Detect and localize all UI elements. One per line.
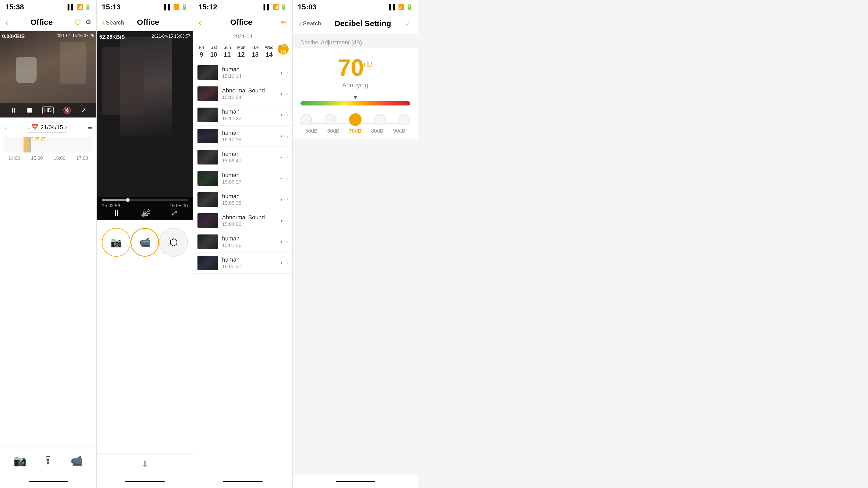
download-icon[interactable]: ⬇ bbox=[141, 459, 149, 470]
event-info-5: human 15:06:27 bbox=[222, 172, 277, 185]
progress-dot bbox=[126, 198, 130, 202]
day-thu-active[interactable]: Thu 15 bbox=[278, 43, 289, 55]
label-70db: 70dB bbox=[344, 128, 366, 134]
event-thumb-5 bbox=[197, 171, 218, 186]
calendar-icon: 📅 bbox=[31, 124, 38, 131]
microphone-tab[interactable]: 🎙 bbox=[43, 455, 54, 466]
download-bar[interactable]: ⬇ bbox=[97, 453, 193, 475]
pointer-container: ▼ bbox=[300, 94, 410, 101]
pb-sound-btn[interactable]: 🔊 bbox=[141, 208, 151, 218]
label-80db: 80dB bbox=[366, 128, 388, 134]
status-icons-3: ▌▌ 📶 🔋 bbox=[264, 4, 287, 10]
decibel-value: 70 bbox=[338, 56, 364, 79]
status-bar-3: 15:12 ▌▌ 📶 🔋 bbox=[193, 0, 292, 13]
fullscreen-btn-1[interactable]: ⤢ bbox=[81, 106, 87, 115]
signal-icon-1: ▌▌ bbox=[68, 4, 75, 10]
event-item-3[interactable]: human 15:10:18 ● › bbox=[193, 126, 292, 147]
event-item-1[interactable]: Abnormal Sound 15:12:04 ● › bbox=[193, 83, 292, 104]
check-icon[interactable]: ✓ bbox=[405, 19, 412, 29]
event-info-3: human 15:10:18 bbox=[222, 130, 277, 142]
status-icons-1: ▌▌ 📶 🔋 bbox=[68, 4, 91, 10]
event-info-0: human 15:12:14 bbox=[222, 66, 277, 79]
mute-btn-1[interactable]: 🔇 bbox=[63, 106, 71, 115]
slider-container[interactable]: 50dB 60dB 70dB 80dB 90dB bbox=[300, 113, 410, 134]
event-item-6[interactable]: human 15:05:38 ● › bbox=[193, 189, 292, 210]
progress-fill bbox=[102, 199, 126, 200]
panel-decibel: 15:03 ▌▌ 📶 🔋 ‹ Search Decibel Setting ✓ … bbox=[292, 0, 868, 488]
settings-icon-1[interactable]: ⚙ bbox=[85, 18, 91, 26]
edit-icon[interactable]: ✏ bbox=[281, 18, 287, 27]
event-info-4: human 15:08:47 bbox=[222, 151, 277, 164]
share-action-btn[interactable]: ⬡ bbox=[159, 228, 188, 257]
day-sat[interactable]: Sat 10 bbox=[208, 43, 219, 60]
hd-btn-1[interactable]: HD bbox=[42, 106, 54, 114]
day-sun[interactable]: Sun 11 bbox=[221, 43, 233, 60]
back-button-3[interactable]: ‹ bbox=[198, 17, 202, 27]
timeline-labels: 14:00 15:00 16:00 17:00 bbox=[4, 155, 92, 162]
camera-action-btn[interactable]: 📷 bbox=[102, 228, 131, 257]
pb-time-start: 15:03:56 bbox=[102, 203, 120, 208]
pb-play-btn[interactable]: ⏸ bbox=[112, 208, 120, 218]
progress-bar[interactable] bbox=[102, 199, 188, 200]
pause-btn-1[interactable]: ⏸ bbox=[10, 106, 17, 115]
event-item-5[interactable]: human 15:06:27 ● › bbox=[193, 168, 292, 189]
slider-dot-70-active[interactable] bbox=[349, 113, 362, 126]
camera-tab[interactable]: 📷 bbox=[13, 455, 27, 467]
day-wed[interactable]: Wed 14 bbox=[263, 43, 276, 60]
share-icon-1[interactable]: ⬡ bbox=[75, 18, 81, 26]
day-fri[interactable]: Fri 9 bbox=[197, 43, 206, 60]
slider-dot-90[interactable] bbox=[399, 114, 410, 125]
day-tue[interactable]: Tue 13 bbox=[249, 43, 261, 60]
event-thumb-0 bbox=[197, 65, 218, 80]
status-bar-4: 15:03 ▌▌ 📶 🔋 bbox=[292, 0, 418, 13]
menu-icon[interactable]: ≡ bbox=[88, 123, 92, 132]
event-list: human 15:12:14 ● › Abnormal Sound 15:12:… bbox=[193, 62, 292, 475]
event-item-2[interactable]: human 15:11:22 ● › bbox=[193, 104, 292, 126]
camera-controls-1: ⏸ ⏹ HD 🔇 ⤢ bbox=[0, 103, 96, 118]
back-button-4[interactable]: ‹ Search bbox=[299, 18, 321, 29]
back-chevron-4: ‹ bbox=[299, 18, 302, 29]
slider-dot-60[interactable] bbox=[325, 114, 336, 125]
event-dot-0: ● bbox=[280, 70, 282, 75]
event-arrow-3: › bbox=[286, 133, 288, 139]
back-button-1[interactable]: ‹ bbox=[5, 17, 8, 27]
back-chevron-2: ‹ bbox=[102, 17, 105, 27]
event-item-0[interactable]: human 15:12:14 ● › bbox=[193, 62, 292, 83]
pb-fullscreen-btn[interactable]: ⤢ bbox=[171, 208, 178, 218]
event-item-7[interactable]: Abnormal Sound 15:04:00 ● › bbox=[193, 210, 292, 231]
event-info-9: human 15:00:37 bbox=[222, 256, 277, 269]
search-label-4: Search bbox=[303, 20, 321, 27]
bottom-bar-1: 📷 🎙 📹 bbox=[0, 446, 96, 475]
home-indicator-1 bbox=[0, 475, 96, 488]
time-4: 15:03 bbox=[298, 3, 317, 11]
event-item-9[interactable]: human 15:00:37 ● › bbox=[193, 253, 292, 273]
status-icons-2: ▌▌ 📶 🔋 bbox=[164, 4, 188, 10]
panel-camera-playback: 15:38 ▌▌ 📶 🔋 ‹ Office ⬡ ⚙ 0.00KB/S 2021-… bbox=[0, 0, 97, 488]
back-arrow-timeline[interactable]: ‹ bbox=[4, 124, 6, 132]
timeline-ruler[interactable]: 15:37:25 14:00 15:00 16:00 17:00 bbox=[0, 135, 96, 166]
date-nav[interactable]: ‹ 📅 21/04/15 › bbox=[23, 122, 71, 133]
stop-btn-1[interactable]: ⏹ bbox=[26, 106, 33, 115]
time-label-0: 14:00 bbox=[8, 156, 20, 161]
event-thumb-7 bbox=[197, 213, 218, 228]
event-arrow-7: › bbox=[286, 217, 288, 224]
page-title-4: Decibel Setting bbox=[335, 19, 391, 28]
label-50db: 50dB bbox=[300, 128, 322, 134]
day-mon[interactable]: Mon 12 bbox=[235, 43, 247, 60]
color-bar bbox=[300, 101, 410, 105]
event-item-4[interactable]: human 15:08:47 ● › bbox=[193, 147, 292, 168]
video-action-btn[interactable]: 📹 bbox=[131, 228, 159, 257]
event-item-8[interactable]: human 15:01:56 ● › bbox=[193, 231, 292, 253]
weekday-selector: Fri 9 Sat 10 Sun 11 Mon 12 Tue 13 Wed 14… bbox=[193, 41, 292, 62]
back-button-2[interactable]: ‹ Search bbox=[102, 17, 124, 27]
event-arrow-4: › bbox=[286, 154, 288, 161]
video-tab[interactable]: 📹 bbox=[70, 455, 83, 467]
date-prev[interactable]: ‹ bbox=[27, 124, 29, 131]
wifi-icon-4: 📶 bbox=[398, 4, 405, 10]
slider-dot-80[interactable] bbox=[374, 114, 386, 125]
slider-dot-50[interactable] bbox=[300, 114, 312, 125]
date-next[interactable]: › bbox=[65, 124, 67, 131]
event-arrow-5: › bbox=[286, 175, 288, 182]
pb-time-end: 15:05:00 bbox=[169, 203, 188, 208]
event-info-8: human 15:01:56 bbox=[222, 235, 277, 248]
